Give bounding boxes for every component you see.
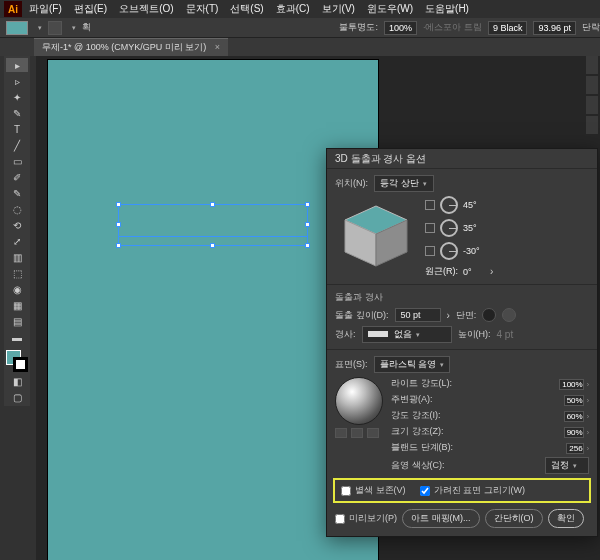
opacity-label: 불투명도:	[339, 21, 378, 34]
light-sphere-widget[interactable]	[335, 377, 383, 425]
fill-stroke-control[interactable]	[6, 350, 28, 372]
chevron-right-icon[interactable]: ›	[490, 266, 493, 277]
shape-builder-tool[interactable]: ◉	[6, 282, 28, 296]
light-back-icon[interactable]	[335, 428, 347, 438]
free-transform-tool[interactable]: ⬚	[6, 266, 28, 280]
stroke-swatch[interactable]	[48, 21, 62, 35]
menu-edit[interactable]: 편집(E)	[69, 0, 112, 18]
light-intensity-label: 라이트 강도(L):	[391, 377, 452, 390]
surface-select[interactable]: 플라스틱 음영▾	[374, 356, 451, 373]
axis-z-icon	[425, 246, 435, 256]
bevel-height-value: 4 pt	[497, 329, 514, 340]
light-new-icon[interactable]	[351, 428, 363, 438]
menubar: Ai 파일(F) 편집(E) 오브젝트(O) 문자(T) 선택(S) 효과(C)…	[0, 0, 600, 18]
menu-help[interactable]: 도움말(H)	[420, 0, 474, 18]
close-icon[interactable]: ×	[215, 42, 220, 52]
tool-panel: ▸ ▹ ✦ ✎ T ╱ ▭ ✐ ✎ ◌ ⟲ ⤢ ▥ ⬚ ◉ ▦ ▤ ▬ ◧ ▢	[4, 56, 30, 406]
angle-y-value[interactable]: 35°	[463, 223, 485, 233]
cap-off-icon[interactable]	[502, 308, 516, 322]
highlight-intensity-field[interactable]: 60%	[564, 411, 584, 422]
blend-steps-label: 블랜드 단계(B):	[391, 441, 453, 454]
selection-tool[interactable]: ▸	[6, 58, 28, 72]
menu-effect[interactable]: 효과(C)	[271, 0, 315, 18]
cap-on-icon[interactable]	[482, 308, 496, 322]
angle-z-value[interactable]: -30°	[463, 246, 485, 256]
draw-hidden-checkbox[interactable]: 가려진 표면 그리기(W)	[420, 484, 526, 497]
rotate-tool[interactable]: ⟲	[6, 218, 28, 232]
document-tab-title: 무제-1* @ 100% (CMYK/GPU 미리 보기)	[42, 42, 206, 52]
pen-tool[interactable]: ✎	[6, 106, 28, 120]
shade-color-label: 음영 색상(C):	[391, 459, 445, 472]
gradient-tool[interactable]: ▬	[6, 330, 28, 344]
preserve-spot-checkbox[interactable]: 별색 보존(V)	[341, 484, 406, 497]
light-delete-icon[interactable]	[367, 428, 379, 438]
pencil-tool[interactable]: ✎	[6, 186, 28, 200]
bevel-height-label: 높이(H):	[458, 328, 491, 341]
panel-icon[interactable]	[586, 76, 598, 94]
panel-icon[interactable]	[586, 96, 598, 114]
fill-swatch[interactable]	[6, 21, 28, 35]
blend-steps-field[interactable]: 256	[566, 443, 583, 454]
chevron-down-icon[interactable]: ▾	[72, 24, 76, 32]
stepper-icon[interactable]: ›	[447, 310, 450, 321]
highlight-intensity-label: 강도 강조(I):	[391, 409, 441, 422]
app-logo: Ai	[4, 1, 22, 17]
ambient-label: 주변광(A):	[391, 393, 433, 406]
rectangle-tool[interactable]: ▭	[6, 154, 28, 168]
angle-z-dial[interactable]	[440, 242, 458, 260]
menu-window[interactable]: 윈도우(W)	[362, 0, 418, 18]
bevel-select[interactable]: 없음▾	[362, 326, 452, 343]
options-bar: ▾ ▾ 획 불투명도: 100% ·에스포아 트림 9 Black 93.96 …	[0, 18, 600, 38]
panel-icon[interactable]	[586, 56, 598, 74]
opacity-field[interactable]: 100%	[384, 21, 417, 35]
perspective-tool[interactable]: ▦	[6, 298, 28, 312]
position-select[interactable]: 등각 상단▾	[374, 175, 434, 192]
magic-wand-tool[interactable]: ✦	[6, 90, 28, 104]
type-tool[interactable]: T	[6, 122, 28, 136]
angle-x-dial[interactable]	[440, 196, 458, 214]
surface-label: 표면(S):	[335, 358, 368, 371]
depth-field[interactable]: 50 pt	[395, 308, 441, 322]
color-mode-toggle[interactable]: ◧	[6, 374, 28, 388]
menu-file[interactable]: 파일(F)	[24, 0, 67, 18]
depth-label: 돌출 깊이(D):	[335, 309, 389, 322]
map-art-button[interactable]: 아트 매핑(M)...	[402, 509, 480, 528]
highlight-size-field[interactable]: 90%	[564, 427, 584, 438]
document-tab[interactable]: 무제-1* @ 100% (CMYK/GPU 미리 보기) ×	[34, 38, 228, 56]
direct-selection-tool[interactable]: ▹	[6, 74, 28, 88]
width-tool[interactable]: ▥	[6, 250, 28, 264]
menu-view[interactable]: 보기(V)	[317, 0, 360, 18]
workspace-label[interactable]: ·에스포아 트림	[423, 21, 482, 34]
perspective-value[interactable]: 0°	[463, 267, 485, 277]
stroke-color[interactable]	[13, 357, 28, 372]
eraser-tool[interactable]: ◌	[6, 202, 28, 216]
angle-y-dial[interactable]	[440, 219, 458, 237]
light-intensity-field[interactable]: 100%	[559, 379, 583, 390]
menu-object[interactable]: 오브젝트(O)	[114, 0, 178, 18]
line-tool[interactable]: ╱	[6, 138, 28, 152]
stroke-weight-field[interactable]: 9 Black	[488, 21, 528, 35]
align-label[interactable]: 단락	[582, 21, 600, 34]
perspective-label: 원근(R):	[425, 265, 458, 278]
selection-bounding-box[interactable]	[118, 204, 308, 246]
shade-color-select[interactable]: 검정▾	[545, 457, 589, 474]
chevron-down-icon[interactable]: ▾	[38, 24, 42, 32]
extrude-section-label: 돌출과 경사	[335, 291, 589, 304]
scale-tool[interactable]: ⤢	[6, 234, 28, 248]
ambient-field[interactable]: 50%	[564, 395, 584, 406]
menu-type[interactable]: 문자(T)	[181, 0, 224, 18]
rotation-cube-widget[interactable]	[335, 200, 417, 274]
menu-select[interactable]: 선택(S)	[225, 0, 268, 18]
zoom-field[interactable]: 93.96 pt	[533, 21, 576, 35]
fewer-options-button[interactable]: 간단히(O)	[485, 509, 543, 528]
paintbrush-tool[interactable]: ✐	[6, 170, 28, 184]
axis-y-icon	[425, 223, 435, 233]
stroke-menu[interactable]: 획	[82, 21, 91, 34]
ok-button[interactable]: 확인	[548, 509, 584, 528]
right-panel-dock	[586, 56, 598, 134]
panel-icon[interactable]	[586, 116, 598, 134]
preview-checkbox[interactable]: 미리보기(P)	[335, 512, 397, 525]
screen-mode-toggle[interactable]: ▢	[6, 390, 28, 404]
angle-x-value[interactable]: 45°	[463, 200, 485, 210]
mesh-tool[interactable]: ▤	[6, 314, 28, 328]
